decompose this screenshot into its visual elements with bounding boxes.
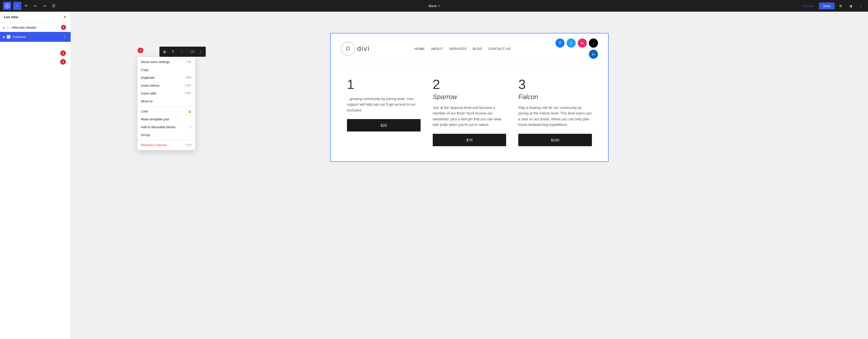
- columns-menu-button[interactable]: ⋮: [61, 34, 68, 40]
- duplicate-shortcut: ⇧⌘D: [184, 76, 192, 79]
- group-label: Group: [141, 133, 150, 137]
- insert-before-label: Insert before: [141, 84, 159, 87]
- price-desc-2: Join at the Sparrow level and become a m…: [433, 105, 506, 128]
- nav-about[interactable]: ABOUT: [431, 47, 443, 51]
- move-to-label: Move to: [141, 99, 153, 103]
- context-menu: Show more settings ⇧⌘, Copy Duplicate ⇧⌘…: [137, 57, 195, 150]
- toolbar-right: Preview Save ⚙ ◑ ⋮: [799, 2, 865, 10]
- move-up-button[interactable]: ⌃: [178, 48, 186, 56]
- remove-columns-shortcut: ^⌥Z: [185, 143, 192, 147]
- instagram-icon[interactable]: In: [578, 38, 587, 48]
- linkedin-icon[interactable]: Li: [589, 50, 598, 59]
- list-view-button[interactable]: ☰: [50, 2, 58, 10]
- site-nav: HOME ABOUT SERVICES BLOG CONTACT US: [414, 47, 511, 51]
- menu-item-add-reusable[interactable]: Add to Reusable blocks ◇: [137, 123, 195, 131]
- social-row-top: f t In ♪: [555, 38, 598, 48]
- more-button[interactable]: ⋮: [857, 2, 865, 10]
- toolbar-tools: + ✏ ↩ ↪ ☰: [13, 2, 58, 10]
- social-row-bottom: Li: [589, 50, 598, 59]
- price-desc-1: ...growing community by joining level. Y…: [347, 96, 421, 113]
- sidebar-item-columns-label: Columns: [13, 35, 61, 39]
- pricing-card-2: 2 Sparrow Join at the Sparrow level and …: [427, 72, 513, 151]
- main-layout: List View ✕ ▶ ▭ Alternate Header 1 ▶ ⬜ C…: [0, 12, 868, 339]
- price-name-2: Sparrow: [433, 93, 506, 101]
- expand-arrow-active-icon: ▶: [3, 35, 5, 38]
- menu-item-lock[interactable]: Lock 🔒: [137, 107, 195, 115]
- price-btn-3[interactable]: $150: [518, 134, 592, 146]
- price-btn-2[interactable]: $75: [433, 134, 506, 146]
- menu-item-duplicate[interactable]: Duplicate ⇧⌘D: [137, 74, 195, 82]
- menu-item-make-template-part[interactable]: Make template part: [137, 115, 195, 123]
- expand-arrow-icon: ▶: [3, 26, 5, 29]
- menu-item-copy[interactable]: Copy: [137, 66, 195, 74]
- header-block-icon: ▭: [7, 26, 10, 29]
- document-title[interactable]: Blank ▾: [428, 4, 440, 8]
- close-sidebar-button[interactable]: ✕: [63, 15, 67, 20]
- svg-point-1: [6, 5, 8, 7]
- top-bar: + ✏ ↩ ↪ ☰ Blank ▾ Preview Save ⚙ ◑ ⋮: [0, 0, 868, 12]
- show-more-settings-shortcut: ⇧⌘,: [186, 60, 192, 64]
- nav-home[interactable]: HOME: [414, 47, 425, 51]
- doc-title-text: Blank: [428, 4, 437, 8]
- nav-blog[interactable]: BLOG: [473, 47, 482, 51]
- content-area: ⊞ ⠿ ⌃ ⌫ ⋮ Show more settings ⇧⌘, Copy Du…: [71, 12, 868, 339]
- page-content: D divi HOME ABOUT SERVICES BLOG CONTACT …: [330, 33, 609, 162]
- menu-item-group[interactable]: Group: [137, 131, 195, 139]
- undo-button[interactable]: ↩: [31, 2, 39, 10]
- facebook-icon[interactable]: f: [555, 38, 565, 48]
- pencil-button[interactable]: ✏: [22, 2, 30, 10]
- tiktok-icon[interactable]: ♪: [589, 38, 598, 48]
- add-block-button[interactable]: +: [13, 2, 21, 10]
- save-button[interactable]: Save: [819, 3, 835, 9]
- insert-before-shortcut: ⌥⌘T: [184, 84, 192, 87]
- columns-type-button[interactable]: ⊞: [160, 48, 168, 56]
- price-desc-3: Play a leading role for our community by…: [518, 105, 592, 128]
- pricing-grid: 1 ...growing community by joining level.…: [331, 64, 608, 161]
- nav-contact[interactable]: CONTACT US: [488, 47, 511, 51]
- logo-letter: D: [346, 45, 350, 52]
- price-name-3: Falcon: [518, 93, 592, 101]
- sidebar-item-label: Alternate Header: [12, 26, 61, 29]
- insert-after-shortcut: ⌥⌘Y: [184, 92, 192, 95]
- sidebar-item-columns[interactable]: ▶ ⬜ Columns ⋮: [0, 32, 71, 42]
- sidebar-header: List View ✕: [0, 12, 71, 23]
- reusable-icon: ◇: [190, 125, 192, 129]
- pricing-card-1: 1 ...growing community by joining level.…: [341, 72, 427, 151]
- twitter-icon[interactable]: t: [567, 38, 576, 48]
- badge-1: 1: [61, 25, 66, 30]
- redo-button[interactable]: ↪: [40, 2, 49, 10]
- badge-2-overlay: 2: [60, 50, 66, 56]
- badge-3-overlay: 3: [60, 59, 66, 65]
- show-more-settings-label: Show more settings: [141, 60, 170, 64]
- lock-label: Lock: [141, 109, 148, 113]
- menu-item-remove-columns[interactable]: Remove Columns ^⌥Z: [137, 141, 195, 149]
- insert-after-label: Insert after: [141, 91, 157, 95]
- logo-text: divi: [357, 45, 370, 53]
- price-num-1: 1: [347, 77, 421, 92]
- price-btn-1[interactable]: $25: [347, 119, 421, 132]
- menu-item-insert-after[interactable]: Insert after ⌥⌘Y: [137, 89, 195, 97]
- delete-block-button[interactable]: ⌫: [188, 48, 196, 56]
- chevron-down-icon: ▾: [438, 5, 440, 7]
- make-template-part-label: Make template part: [141, 117, 169, 121]
- drag-handle-button[interactable]: ⠿: [169, 48, 177, 56]
- menu-item-move-to[interactable]: Move to: [137, 97, 195, 105]
- toolbar-more-button[interactable]: ⋮: [197, 48, 205, 56]
- columns-block-icon: ⬜: [7, 35, 11, 39]
- nav-services[interactable]: SERVICES: [449, 47, 467, 51]
- badge-num-1: 1: [138, 48, 143, 53]
- menu-item-show-more-settings[interactable]: Show more settings ⇧⌘,: [137, 58, 195, 66]
- toolbar-divider: [187, 49, 187, 55]
- menu-item-insert-before[interactable]: Insert before ⌥⌘T: [137, 82, 195, 89]
- pricing-card-3: 3 Falcon Play a leading role for our com…: [512, 72, 598, 151]
- site-header: D divi HOME ABOUT SERVICES BLOG CONTACT …: [331, 33, 608, 64]
- sidebar-item-alternate-header[interactable]: ▶ ▭ Alternate Header 1: [0, 23, 71, 32]
- wp-logo[interactable]: [3, 2, 11, 10]
- add-reusable-label: Add to Reusable blocks: [141, 125, 176, 129]
- duplicate-label: Duplicate: [141, 76, 155, 80]
- block-toolbar: ⊞ ⠿ ⌃ ⌫ ⋮: [159, 47, 206, 57]
- contrast-button[interactable]: ◑: [847, 2, 855, 10]
- preview-button[interactable]: Preview: [799, 3, 817, 9]
- social-icons: f t In ♪ Li: [555, 38, 598, 59]
- settings-button[interactable]: ⚙: [837, 2, 845, 10]
